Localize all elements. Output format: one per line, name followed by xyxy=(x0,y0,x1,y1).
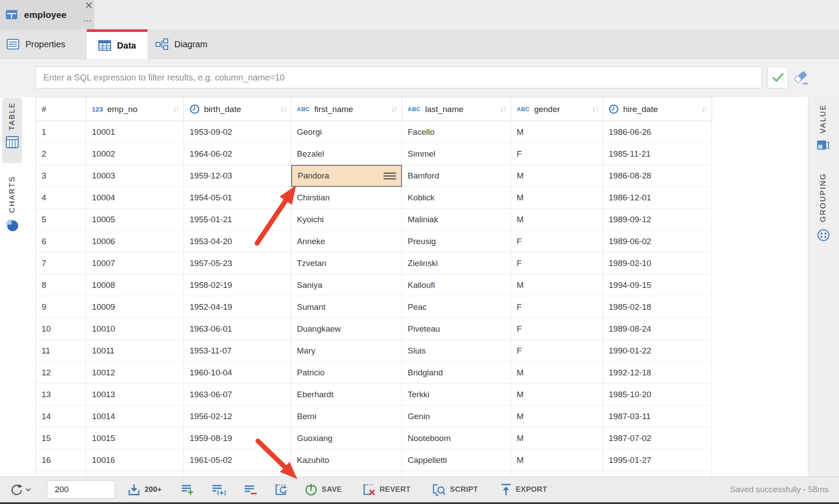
hamburger-menu-icon[interactable] xyxy=(384,172,396,180)
revert-button[interactable]: REVERT xyxy=(362,483,411,497)
table-cell[interactable]: M xyxy=(511,187,603,209)
table-cell[interactable]: Piveteau xyxy=(402,318,511,340)
sort-icon[interactable]: ↓↑ xyxy=(391,105,398,114)
row-number-cell[interactable]: 11 xyxy=(36,340,86,362)
column-header-birth_date[interactable]: birth_date↓↑ xyxy=(184,98,291,121)
table-cell[interactable]: 10002 xyxy=(86,143,184,165)
table-cell[interactable]: 10006 xyxy=(86,231,184,252)
table-cell[interactable]: 1985-02-18 xyxy=(603,296,712,318)
save-button[interactable]: SAVE xyxy=(304,483,342,497)
table-cell[interactable]: 10005 xyxy=(86,209,184,231)
table-cell[interactable] xyxy=(86,471,184,476)
table-cell[interactable] xyxy=(402,471,511,476)
table-cell[interactable]: Sluis xyxy=(402,340,511,362)
table-cell[interactable]: Preusig xyxy=(402,231,511,252)
table-cell[interactable] xyxy=(184,471,291,476)
table-cell[interactable]: 1964-06-02 xyxy=(184,143,291,165)
table-cell[interactable]: M xyxy=(511,384,603,406)
close-icon[interactable] xyxy=(84,0,94,10)
row-number-cell[interactable]: 6 xyxy=(36,231,86,252)
table-cell[interactable]: Kazuhito xyxy=(291,449,402,471)
row-number-cell[interactable]: 14 xyxy=(36,406,86,427)
table-cell[interactable]: 1953-09-02 xyxy=(184,121,291,143)
table-cell[interactable] xyxy=(603,471,712,476)
table-cell[interactable]: M xyxy=(511,406,603,427)
table-cell[interactable]: 1995-01-27 xyxy=(603,449,712,471)
table-cell[interactable]: M xyxy=(511,121,603,143)
table-cell[interactable]: 1963-06-01 xyxy=(184,318,291,340)
table-cell[interactable]: Guoxiang xyxy=(291,427,402,449)
table-cell[interactable]: 1958-02-19 xyxy=(184,274,291,296)
table-cell[interactable]: 10003 xyxy=(86,165,184,187)
sql-filter-input[interactable] xyxy=(35,66,762,88)
table-cell[interactable]: 10013 xyxy=(86,384,184,406)
column-header-first_name[interactable]: ABCfirst_name↓↑ xyxy=(291,98,402,121)
table-cell[interactable]: 1987-03-11 xyxy=(603,406,712,427)
table-cell[interactable]: F xyxy=(511,231,603,252)
table-cell[interactable]: Cappelletti xyxy=(402,449,511,471)
table-cell[interactable]: Eberhardt xyxy=(291,384,402,406)
table-cell[interactable]: 1953-04-20 xyxy=(184,231,291,252)
table-cell[interactable]: 1989-02-10 xyxy=(603,252,712,274)
table-cell[interactable]: M xyxy=(511,165,603,187)
table-cell[interactable] xyxy=(511,471,603,476)
table-cell[interactable]: Kalloufi xyxy=(402,274,511,296)
tab-diagram[interactable]: Diagram xyxy=(148,29,231,59)
table-cell[interactable]: 1956-02-12 xyxy=(184,406,291,427)
table-cell[interactable]: 1986-06-26 xyxy=(603,121,712,143)
table-cell[interactable]: Kyoichi xyxy=(291,209,402,231)
fetch-more-button[interactable]: 200+ xyxy=(127,483,162,496)
column-header-emp_no[interactable]: 123emp_no↓↑ xyxy=(86,98,184,121)
table-cell[interactable]: Patricio xyxy=(291,362,402,384)
column-header-last_name[interactable]: ABClast_name↓↑ xyxy=(402,98,511,121)
table-cell[interactable]: 1985-11-21 xyxy=(603,143,712,165)
table-cell[interactable]: Saniya xyxy=(291,274,402,296)
sort-icon[interactable]: ↓↑ xyxy=(592,105,599,114)
table-cell[interactable]: 1989-09-12 xyxy=(603,209,712,231)
row-number-cell[interactable]: 16 xyxy=(36,449,86,471)
table-cell[interactable] xyxy=(291,471,402,476)
table-cell[interactable]: Facello xyxy=(402,121,511,143)
sort-icon[interactable]: ↓↑ xyxy=(173,105,180,114)
row-number-cell[interactable]: 7 xyxy=(36,252,86,274)
table-cell[interactable]: Mary xyxy=(291,340,402,362)
table-cell[interactable]: 1987-07-02 xyxy=(603,427,712,449)
table-cell[interactable]: 1986-08-28 xyxy=(603,165,712,187)
row-number-cell[interactable]: 15 xyxy=(36,427,86,449)
table-cell[interactable]: 1952-04-19 xyxy=(184,296,291,318)
table-cell[interactable]: 10015 xyxy=(86,427,184,449)
refresh-cell-button[interactable] xyxy=(275,483,288,496)
table-cell[interactable]: Anneke xyxy=(291,231,402,252)
add-row-button[interactable] xyxy=(181,484,194,496)
table-cell[interactable]: Bridgland xyxy=(402,362,511,384)
tab-data[interactable]: Data xyxy=(87,29,148,59)
table-cell[interactable]: Nooteboom xyxy=(402,427,511,449)
table-cell[interactable]: 1994-09-15 xyxy=(603,274,712,296)
tab-overflow-icon[interactable]: ··· xyxy=(83,17,92,25)
table-cell[interactable]: 1959-08-19 xyxy=(184,427,291,449)
table-cell[interactable]: Berni xyxy=(291,406,402,427)
table-cell[interactable]: M xyxy=(511,209,603,231)
table-cell[interactable]: 1989-08-24 xyxy=(603,318,712,340)
table-cell[interactable]: Simmel xyxy=(402,143,511,165)
row-number-cell[interactable]: 3 xyxy=(36,165,86,187)
right-rail-tab-grouping[interactable]: GROUPING xyxy=(813,168,833,257)
row-number-cell[interactable]: 5 xyxy=(36,209,86,231)
row-number-cell[interactable]: 4 xyxy=(36,187,86,209)
table-cell[interactable]: 1989-06-02 xyxy=(603,231,712,252)
column-header-gender[interactable]: ABCgender↓↑ xyxy=(511,98,603,121)
table-cell[interactable]: 10009 xyxy=(86,296,184,318)
editor-tab-employee[interactable]: employee xyxy=(0,0,94,29)
table-cell[interactable]: 10001 xyxy=(86,121,184,143)
fetch-size-input[interactable] xyxy=(47,480,115,499)
right-rail-tab-value[interactable]: VALUE xyxy=(813,100,833,162)
left-rail-tab-table[interactable]: TABLE xyxy=(2,98,22,163)
sort-icon[interactable]: ↓↑ xyxy=(701,105,708,114)
selected-cell[interactable]: Pandora xyxy=(291,165,402,187)
table-cell[interactable]: 1959-12-03 xyxy=(184,165,291,187)
table-cell[interactable]: 10014 xyxy=(86,406,184,427)
table-cell[interactable]: 10008 xyxy=(86,274,184,296)
tab-properties[interactable]: Properties xyxy=(0,29,87,59)
row-number-cell[interactable]: 9 xyxy=(36,296,86,318)
table-cell[interactable]: M xyxy=(511,449,603,471)
